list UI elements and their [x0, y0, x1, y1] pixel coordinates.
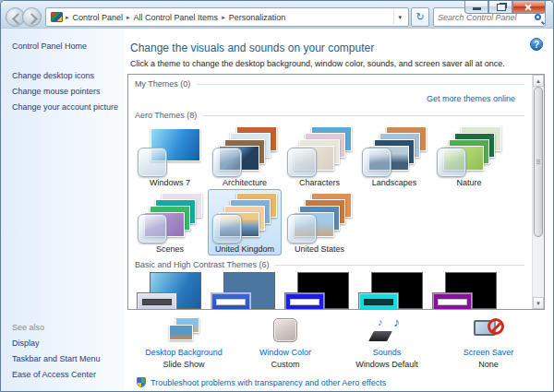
sidebar-item-ease-of-access[interactable]: Ease of Access Center — [12, 370, 101, 379]
sidebar-item-display[interactable]: Display — [12, 339, 101, 348]
theme-thumbnail — [362, 126, 427, 177]
theme-thumbnail — [212, 193, 277, 244]
glass-overlay-icon — [437, 148, 466, 177]
address-dropdown-icon[interactable] — [393, 10, 405, 24]
glass-overlay-icon — [362, 148, 391, 177]
theme-label: Characters — [299, 178, 340, 187]
group-label: Basic and High Contrast Themes (6) — [135, 260, 269, 269]
address-bar[interactable]: Control Panel All Control Panel Items Pe… — [45, 7, 409, 27]
window-color-label: Window Color — [259, 348, 311, 357]
theme-landscapes[interactable]: Landscapes — [357, 123, 431, 189]
see-also-header: See also — [12, 323, 101, 332]
main-panel: Change the visuals and sounds on your co… — [124, 29, 553, 392]
desktop-background-icon — [167, 316, 200, 344]
troubleshoot-link[interactable]: Troubleshoot problems with transparency … — [151, 378, 386, 387]
theme-list-content: My Themes (0) Get more themes online Aer… — [128, 75, 532, 309]
sidebar-item-change-mouse-pointers[interactable]: Change mouse pointers — [12, 87, 120, 96]
refresh-icon[interactable] — [411, 7, 429, 27]
help-icon[interactable] — [530, 38, 543, 51]
window-controls — [464, 1, 546, 14]
glass-overlay-icon — [287, 148, 317, 177]
theme-characters[interactable]: Characters — [283, 123, 356, 189]
breadcrumb-control-panel[interactable]: Control Panel — [70, 13, 126, 22]
theme-label: Windows 7 — [150, 178, 190, 187]
close-button[interactable] — [512, 1, 546, 14]
group-header-aero-themes: Aero Themes (8) — [135, 111, 524, 120]
basic-theme-thumbnail-2[interactable] — [211, 272, 278, 309]
glass-overlay-icon — [287, 214, 317, 244]
basic-theme-thumbnail-5[interactable] — [432, 272, 500, 309]
breadcrumb-all-items[interactable]: All Control Panel Items — [131, 13, 222, 22]
theme-settings-row: Desktop Background Slide Show Window Col… — [127, 316, 545, 369]
restore-button[interactable] — [488, 1, 512, 14]
basic-theme-thumbnail-1[interactable] — [137, 272, 204, 309]
screen-saver-value: None — [478, 360, 499, 369]
sidebar-item-control-panel-home[interactable]: Control Panel Home — [12, 42, 120, 51]
sounds-label: Sounds — [373, 348, 402, 357]
search-icon — [535, 14, 541, 20]
glass-overlay-icon — [212, 148, 242, 177]
glass-overlay-icon — [138, 214, 167, 244]
theme-label: United Kingdom — [215, 244, 274, 254]
window-color-button[interactable]: Window Color Custom — [235, 316, 336, 369]
scrollbar-thumb[interactable] — [534, 87, 543, 237]
group-header-my-themes: My Themes (0) — [135, 79, 524, 89]
group-rule — [275, 265, 524, 266]
breadcrumb-personalization[interactable]: Personalization — [226, 13, 289, 22]
desktop-background-button[interactable]: Desktop Background Slide Show — [133, 316, 235, 369]
basic-themes-row — [128, 272, 532, 309]
theme-label: Architecture — [223, 178, 267, 187]
screen-saver-button[interactable]: Screen Saver None — [438, 316, 539, 369]
theme-thumbnail — [287, 126, 352, 177]
theme-architecture[interactable]: Architecture — [208, 123, 282, 189]
screen-saver-icon — [472, 316, 505, 344]
aero-themes-row-1: Windows 7 Architecture — [128, 123, 532, 189]
theme-label: Nature — [456, 178, 481, 187]
theme-windows-7[interactable]: Windows 7 — [133, 123, 207, 189]
window-chrome: Control Panel All Control Panel Items Pe… — [1, 1, 553, 29]
troubleshoot-shield-icon — [137, 377, 146, 387]
page-title: Change the visuals and sounds on your co… — [130, 42, 545, 54]
sidebar-item-change-account-picture[interactable]: Change your account picture — [12, 102, 120, 112]
theme-label: United States — [295, 244, 344, 254]
sounds-value: Windows Default — [355, 360, 418, 369]
theme-united-states[interactable]: United States — [283, 189, 356, 255]
group-label: My Themes (0) — [135, 79, 190, 89]
see-also-section: See also Display Taskbar and Start Menu … — [12, 323, 101, 386]
scroll-down-icon[interactable] — [533, 297, 544, 309]
scroll-up-icon[interactable] — [533, 75, 544, 87]
get-more-themes-link[interactable]: Get more themes online — [427, 94, 515, 103]
theme-label: Landscapes — [372, 178, 417, 187]
theme-thumbnail — [287, 193, 352, 244]
theme-scenes[interactable]: Scenes — [133, 189, 207, 255]
theme-united-kingdom-selected[interactable]: United Kingdom — [208, 189, 282, 255]
theme-list: My Themes (0) Get more themes online Aer… — [127, 74, 545, 310]
troubleshoot-row: Troubleshoot problems with transparency … — [137, 377, 545, 387]
minimize-button[interactable] — [464, 1, 488, 14]
desktop-background-label: Desktop Background — [145, 348, 223, 357]
theme-label: Scenes — [156, 244, 184, 254]
glass-overlay-icon — [212, 214, 242, 244]
sounds-icon: ♪♪ — [370, 316, 403, 344]
get-more-themes-row: Get more themes online — [128, 91, 532, 106]
window-color-value: Custom — [271, 360, 299, 369]
personalization-icon — [51, 12, 63, 22]
aero-themes-row-2: Scenes United Kingdom — [128, 189, 532, 255]
theme-thumbnail — [138, 193, 202, 244]
forward-button[interactable] — [22, 7, 42, 27]
basic-theme-thumbnail-4[interactable] — [358, 272, 426, 309]
glass-overlay-icon — [138, 148, 167, 177]
search-input[interactable] — [438, 13, 535, 22]
sidebar: Control Panel Home Change desktop icons … — [1, 29, 124, 392]
theme-thumbnail — [138, 126, 202, 177]
window-color-icon — [269, 316, 302, 344]
theme-thumbnail — [437, 126, 501, 177]
sidebar-item-taskbar-start-menu[interactable]: Taskbar and Start Menu — [12, 354, 101, 363]
sounds-button[interactable]: ♪♪ Sounds Windows Default — [336, 316, 438, 369]
sidebar-item-change-desktop-icons[interactable]: Change desktop icons — [12, 71, 120, 80]
theme-thumbnail — [212, 126, 277, 177]
group-label: Aero Themes (8) — [135, 111, 197, 120]
theme-nature[interactable]: Nature — [432, 123, 506, 189]
basic-theme-thumbnail-3[interactable] — [284, 272, 352, 309]
vertical-scrollbar[interactable] — [532, 75, 544, 309]
